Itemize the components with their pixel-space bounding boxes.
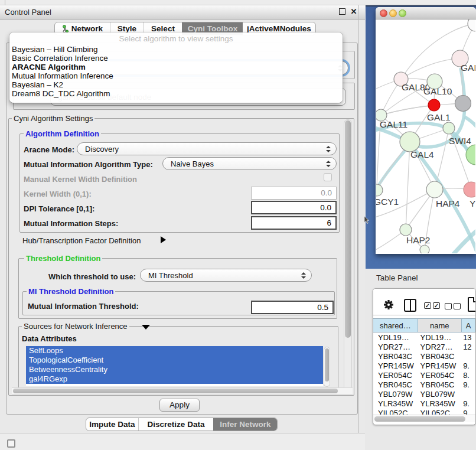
mi-threshold-field[interactable]: 0.5 [251, 301, 334, 314]
table-hscrollbar[interactable] [373, 415, 475, 422]
column-header-shared[interactable]: shared… [373, 319, 418, 332]
float-window-icon[interactable] [339, 8, 345, 15]
node-label: GAL1 [427, 112, 451, 122]
table-row[interactable]: YIL052CYIL052C9 [373, 409, 475, 415]
tab-infer-network[interactable]: Infer Network [213, 418, 277, 431]
attribute-gal4rgexp[interactable]: gal4RGexp [26, 374, 323, 384]
checked-box-icon[interactable]: ✓ [424, 302, 431, 309]
network-node-gcy1[interactable] [376, 184, 383, 196]
unchecked-box-icon[interactable] [445, 303, 452, 309]
mi-type-combobox[interactable]: Naive Bayes [162, 157, 337, 170]
column-header-a[interactable]: A [462, 319, 475, 332]
settings-hscrollbar-thumb[interactable] [13, 389, 338, 393]
attribute-betweennesscentrality[interactable]: BetweennessCentrality [26, 365, 323, 374]
control-panel-titlebar: Control Panel [0, 5, 365, 19]
list-scrollbar-thumb[interactable] [325, 348, 329, 381]
node-label: GAL11 [380, 119, 407, 129]
table-row[interactable]: YLR345WYLR345W9. [373, 399, 475, 409]
kernel-width-label: Kernel Width (0,1): [24, 190, 92, 198]
algorithm-definition-title: Algorithm Definition [24, 129, 101, 138]
node-label: SWI4 [449, 136, 471, 146]
data-attributes-title: Data Attributes [22, 334, 77, 343]
algorithm-option-dream8-dc-tdc-algorithm[interactable]: Dream8 DC_TDC Algorithm [11, 89, 344, 98]
network-node-swi4[interactable] [443, 122, 455, 134]
column-header-name[interactable]: name [418, 319, 462, 332]
mi-type-label: Mutual Information Algorithm Type: [24, 160, 153, 169]
minimize-traffic-light-icon[interactable] [389, 9, 397, 17]
network-graph-canvas[interactable]: GALGAL80GAL10GAL1GAL11SWI4GAL4GCY1HAP4YH… [376, 19, 475, 253]
algorithm-option-aracne-algorithm[interactable]: ARACNE Algorithm [11, 63, 344, 71]
aracne-mode-combobox[interactable]: Discovery [77, 142, 337, 155]
node-label: GAL [461, 63, 475, 73]
network-node[interactable] [455, 96, 471, 112]
gear-icon[interactable] [383, 299, 395, 311]
status-strip [0, 433, 365, 450]
which-threshold-label: Which threshold to use: [48, 272, 136, 281]
app-top-strip [0, 0, 476, 5]
expand-arrow-icon[interactable] [161, 236, 166, 243]
mouse-cursor [363, 216, 370, 224]
page-icon[interactable] [468, 297, 476, 312]
dpi-tolerance-field[interactable]: 0.0 [251, 201, 337, 214]
mi-steps-field[interactable]: 6 [251, 216, 337, 230]
node-label: HAP2 [406, 235, 431, 245]
desktop-top-border [366, 5, 476, 6]
manual-kernel-checkbox[interactable] [324, 173, 332, 181]
threshold-definition-title: Threshold Definition [24, 254, 102, 263]
network-node-hap2[interactable] [400, 224, 412, 236]
network-node-hap4[interactable] [426, 181, 443, 198]
algorithm-option-basic-correlation-inference[interactable]: Basic Correlation Inference [11, 54, 344, 63]
which-threshold-combobox[interactable]: MI Threshold [140, 269, 312, 282]
bottom-tab-bar: Impute DataDiscretize DataInfer Network [86, 418, 278, 431]
algorithm-option-mutual-information-inference[interactable]: Mutual Information Inference [11, 71, 344, 80]
table-row[interactable]: YPR145WYPR145W9. [373, 361, 475, 371]
apply-button[interactable]: Apply [159, 399, 200, 412]
attribute-topologicalcoefficient[interactable]: TopologicalCoefficient [26, 356, 323, 365]
network-node[interactable] [420, 245, 429, 253]
close-traffic-light-icon[interactable] [380, 9, 387, 17]
mi-threshold-title: MI Threshold Definition [27, 287, 115, 296]
table-row[interactable]: YER054CYER054C8. [373, 371, 475, 380]
table-row[interactable]: YBR045CYBR045C9. [373, 380, 475, 390]
algorithm-option-bayesian-k2[interactable]: Bayesian – K2 [11, 80, 344, 89]
close-icon[interactable]: ✕ [350, 5, 358, 15]
checked-box-icon[interactable]: ✓ [433, 302, 440, 309]
network-window-titlebar[interactable] [376, 7, 476, 19]
unchecked-box-icon[interactable] [454, 303, 461, 309]
table-row[interactable]: YDR27…YDR27…12 [373, 343, 475, 352]
network-node[interactable] [468, 19, 475, 31]
mi-threshold-label: Mutual Information Threshold: [28, 302, 139, 311]
hub-definition-label[interactable]: Hub/Transcription Factor Definition [22, 236, 141, 245]
network-node-gal4[interactable] [400, 132, 420, 152]
table-row[interactable]: YBL079WYBL079W [373, 390, 475, 399]
node-label: HAP4 [436, 198, 460, 208]
tab-impute-data[interactable]: Impute Data [86, 418, 138, 431]
algorithm-dropdown-popup: Select algorithm to view settings Bayesi… [9, 32, 343, 103]
network-node-gal1[interactable] [428, 99, 440, 111]
dock-grip-icon[interactable] [7, 439, 15, 448]
settings-scrollbar-thumb[interactable] [345, 120, 351, 338]
zoom-traffic-light-icon[interactable] [399, 9, 406, 17]
popup-items: Bayesian – Hill ClimbingBasic Correlatio… [11, 45, 344, 98]
algorithm-option-bayesian-hill-climbing[interactable]: Bayesian – Hill Climbing [11, 45, 344, 54]
network-node-y[interactable] [464, 182, 475, 197]
stepper-arrows-icon [301, 272, 306, 279]
collapse-arrow-icon[interactable] [142, 325, 150, 330]
node-label: GCY1 [376, 197, 399, 207]
data-attributes-list[interactable]: SelfLoopsTopologicalCoefficientBetweenne… [26, 346, 323, 386]
network-edge [381, 103, 463, 115]
tab-discretize-data[interactable]: Discretize Data [138, 418, 213, 431]
cyni-algorithm-settings-title: Cyni Algorithm Settings [12, 114, 94, 123]
kernel-width-field[interactable]: 0.0 [251, 187, 337, 200]
split-columns-icon[interactable] [404, 299, 416, 312]
node-label: GAL4 [410, 149, 434, 159]
table-panel-title: Table Panel [376, 273, 418, 282]
sources-title: Sources for Network Inference [22, 322, 129, 331]
popup-header: Select algorithm to view settings [9, 34, 343, 43]
aracne-mode-label: Aracne Mode: [24, 145, 74, 154]
control-panel-title: Control Panel [5, 8, 51, 17]
panel-right-divider [358, 5, 359, 433]
table-row[interactable]: YBR043CYBR043C [373, 352, 475, 361]
table-row[interactable]: YDL19…YDL19…13 [373, 333, 475, 343]
attribute-selfloops[interactable]: SelfLoops [26, 346, 323, 356]
